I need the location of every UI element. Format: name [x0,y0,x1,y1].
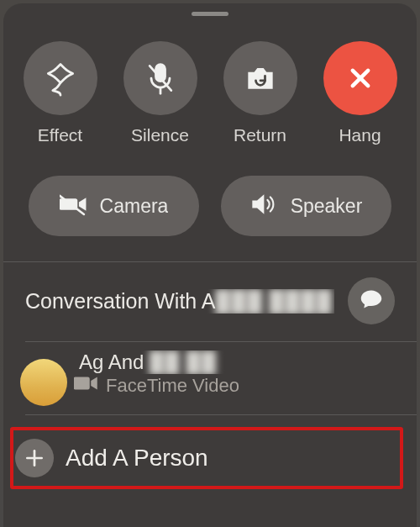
participant-texts: Ag And ██ ██ FaceTime Video [79,350,395,398]
return-label: Return [234,125,286,145]
add-person-button[interactable]: Add A Person [10,427,403,489]
participant-subtext: FaceTime Video [74,374,395,398]
plus-icon [15,439,54,477]
effects-label: Effect [38,125,82,145]
add-person-label: Add A Person [66,445,208,472]
toggle-button-row: Camera Speaker [3,145,417,261]
silence-button[interactable]: Silence [114,41,207,145]
messages-button[interactable] [348,277,395,324]
hangup-button[interactable]: Hang [314,41,407,145]
sheet-drag-handle[interactable] [192,12,228,16]
participant-name: Ag And ██ ██ [79,350,395,374]
video-icon [74,374,99,398]
avatar [20,359,67,406]
divider [25,414,417,415]
silence-label: Silence [131,125,189,145]
facetime-controls-sheet: Effect Silence Return [3,3,417,527]
speaker-icon [250,190,279,222]
conversation-title: Conversation With A███ ████ [25,289,334,314]
hangup-label: Hang [339,125,381,145]
effects-button[interactable]: Effect [14,41,107,145]
camera-toggle-label: Camera [100,195,169,218]
camera-off-icon [60,190,88,222]
mic-off-icon [123,41,197,115]
speaker-button[interactable]: Speaker [221,176,391,236]
flip-camera-icon [223,41,297,115]
conversation-row: Conversation With A███ ████ [3,262,417,341]
speaker-label: Speaker [291,195,363,218]
close-icon [323,41,397,115]
action-button-row: Effect Silence Return [3,33,417,145]
return-button[interactable]: Return [214,41,307,145]
camera-toggle-button[interactable]: Camera [29,176,199,236]
participant-row[interactable]: Ag And ██ ██ FaceTime Video [3,342,417,414]
effects-icon [24,41,97,115]
speech-bubble-icon [360,287,383,314]
